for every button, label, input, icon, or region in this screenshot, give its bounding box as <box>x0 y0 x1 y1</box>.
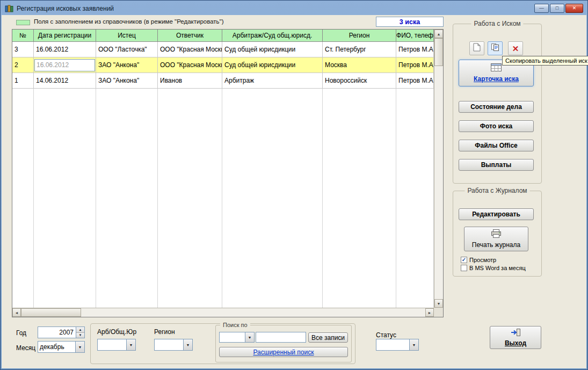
cell-defendant[interactable]: ООО "Красная Москва" <box>158 57 222 73</box>
cell-plaintiff[interactable]: ЗАО "Анкона" <box>96 57 158 73</box>
horizontal-scrollbar[interactable]: ◄ ► <box>12 308 434 317</box>
region-value[interactable] <box>155 339 183 350</box>
cell-region[interactable]: Ст. Петербург <box>323 42 396 57</box>
cell-region[interactable]: Новороссийск <box>323 73 396 89</box>
year-value[interactable]: 2007 <box>38 327 76 338</box>
arb-court-dropdown-button[interactable]: ▼ <box>126 339 135 350</box>
table-row[interactable]: 1 14.06.2012 ЗАО "Анкона" Иванов Арбитра… <box>12 73 434 89</box>
vertical-scrollbar[interactable]: ▲ ▼ <box>434 30 443 308</box>
cell-plaintiff[interactable]: ООО "Ласточка" <box>96 42 158 57</box>
scroll-down-button[interactable]: ▼ <box>434 299 443 308</box>
month-select[interactable]: декабрь ▼ <box>38 341 85 353</box>
cell-contact[interactable]: Петров М.А. <box>396 42 434 57</box>
cell-plaintiff[interactable]: ЗАО "Анкона" <box>96 73 158 89</box>
chevron-down-icon: ▼ <box>129 343 133 347</box>
cell-defendant[interactable]: ООО "Красная Москва" <box>158 42 222 57</box>
minimize-button[interactable]: — <box>534 4 549 13</box>
printer-icon <box>491 229 502 240</box>
cell-num[interactable]: 2 <box>12 57 34 73</box>
minimize-icon: — <box>539 6 544 11</box>
region-dropdown-button[interactable]: ▼ <box>183 339 192 350</box>
cell-contact[interactable]: Петров М.А. <box>396 57 434 73</box>
column-header-defendant: Ответчик <box>158 30 222 42</box>
column-header-plaintiff: Истец <box>96 30 158 42</box>
scroll-left-icon: ◄ <box>15 311 19 315</box>
cell-num[interactable]: 1 <box>12 73 34 89</box>
app-window: Регистрация исковых заявлений — □ ✕ Поля… <box>0 0 588 370</box>
spin-down-icon: ▼ <box>79 333 82 337</box>
cell-defendant[interactable]: Иванов <box>158 73 222 89</box>
print-journal-button[interactable]: Печать журнала <box>464 227 528 251</box>
search-input[interactable] <box>256 332 306 343</box>
cell-num[interactable]: 3 <box>12 42 34 57</box>
office-files-button[interactable]: Файлы Office <box>459 140 534 151</box>
search-field-select[interactable]: ▼ <box>219 332 255 343</box>
cell-region[interactable]: Москва <box>323 57 396 73</box>
horizontal-scroll-thumb[interactable] <box>21 308 81 317</box>
search-field-value[interactable] <box>220 332 245 342</box>
cell-court[interactable]: Арбитраж <box>222 73 323 89</box>
cell-date[interactable]: 16.06.2012 <box>34 42 96 57</box>
maximize-icon: □ <box>556 6 558 11</box>
table-row-selected[interactable]: 2 16.06.2012 ЗАО "Анкона" ООО "Красная М… <box>12 57 434 73</box>
status-dropdown-button[interactable]: ▼ <box>409 339 418 350</box>
year-stepper[interactable]: 2007 ▲ ▼ <box>38 327 85 338</box>
legend-color-swatch <box>16 20 30 25</box>
cell-date[interactable]: 14.06.2012 <box>34 73 96 89</box>
table-empty-area <box>12 89 434 308</box>
cell-court[interactable]: Суд общей юрисдикции <box>222 57 323 73</box>
claim-card-icon <box>491 63 502 73</box>
edit-button[interactable]: Редактировать <box>459 208 534 220</box>
preview-checkbox-box[interactable]: ✓ <box>461 257 467 263</box>
scroll-up-button[interactable]: ▲ <box>434 30 443 38</box>
year-label: Год <box>16 329 26 337</box>
vertical-scroll-thumb[interactable] <box>434 38 443 66</box>
new-document-icon <box>473 43 481 54</box>
status-select[interactable]: ▼ <box>376 339 419 351</box>
region-select[interactable]: ▼ <box>154 339 193 351</box>
preview-checkbox[interactable]: ✓ Просмотр <box>461 257 496 263</box>
new-claim-button[interactable] <box>469 41 484 55</box>
titlebar[interactable]: Регистрация исковых заявлений — □ ✕ <box>2 2 586 15</box>
column-header-num: № <box>12 30 34 42</box>
exit-button[interactable]: Выход <box>490 326 541 349</box>
payments-button[interactable]: Выплаты <box>459 159 534 171</box>
case-status-button[interactable]: Состояние дела <box>459 101 534 113</box>
year-spin-up-button[interactable]: ▲ <box>76 327 84 332</box>
month-value[interactable]: декабрь <box>38 342 75 352</box>
cell-date[interactable]: 16.06.2012 <box>34 57 96 73</box>
year-spin-down-button[interactable]: ▼ <box>76 332 84 338</box>
cell-court[interactable]: Суд общей юрисдикции <box>222 42 323 57</box>
close-button[interactable]: ✕ <box>565 4 583 13</box>
column-header-contact: ФИО, телеф <box>396 30 434 42</box>
scroll-left-button[interactable]: ◄ <box>12 308 21 317</box>
claim-actions-group: Работа с Иском <box>453 24 542 184</box>
table-row[interactable]: 3 16.06.2012 ООО "Ласточка" ООО "Красная… <box>12 42 434 57</box>
arb-court-value[interactable] <box>98 339 126 350</box>
scrollbar-corner <box>434 308 443 317</box>
scroll-right-button[interactable]: ► <box>425 308 434 317</box>
claim-photo-button[interactable]: Фото иска <box>459 120 534 132</box>
all-records-button[interactable]: Все записи <box>308 332 348 343</box>
scroll-right-icon: ► <box>428 311 432 315</box>
status-value[interactable] <box>376 339 409 350</box>
copy-claim-button[interactable] <box>488 41 503 55</box>
check-icon: ✓ <box>462 257 466 263</box>
arb-court-select[interactable]: ▼ <box>97 339 136 351</box>
claims-table: № Дата регистрации Истец Ответчик Арбитр… <box>12 29 444 317</box>
msword-checkbox-box[interactable] <box>461 265 467 271</box>
copy-claim-tooltip: Скопировать выделенный иск <box>502 56 588 66</box>
delete-icon: ✕ <box>512 45 519 53</box>
delete-claim-button[interactable]: ✕ <box>508 41 523 55</box>
month-dropdown-button[interactable]: ▼ <box>75 342 84 352</box>
cell-contact[interactable]: Петров М.А. <box>396 73 434 89</box>
msword-checkbox[interactable]: В MS Word за месяц <box>461 265 526 271</box>
search-field-dropdown-button[interactable]: ▼ <box>245 332 254 342</box>
advanced-search-label: Расширенный поиск <box>253 349 314 356</box>
legend-text: Поля с заполнением из справочников (в ре… <box>34 18 224 25</box>
maximize-button[interactable]: □ <box>550 4 564 13</box>
advanced-search-button[interactable]: Расширенный поиск <box>219 347 348 357</box>
column-header-region: Регион <box>323 30 396 42</box>
date-edit-field[interactable]: 16.06.2012 <box>34 59 95 71</box>
exit-label: Выход <box>505 339 526 347</box>
